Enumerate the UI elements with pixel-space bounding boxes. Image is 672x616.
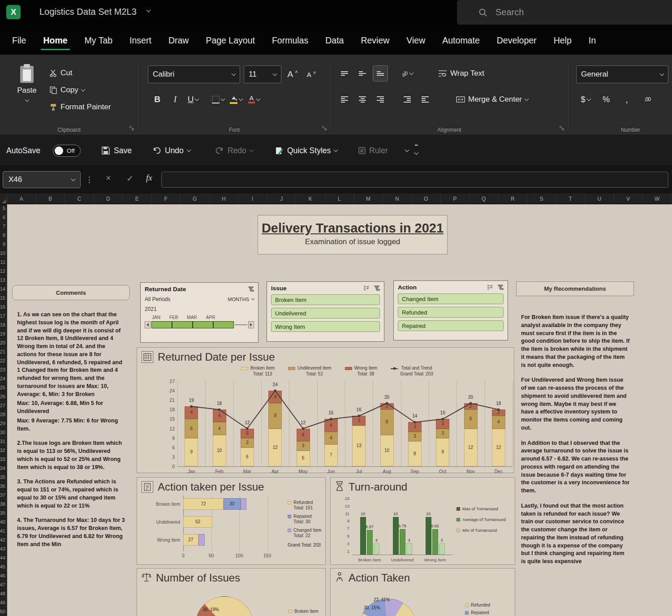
merge-center-button[interactable]: Merge & Center	[456, 95, 528, 104]
column-header-J[interactable]: J	[267, 194, 297, 204]
menu-tab-review[interactable]: Review	[352, 35, 398, 55]
save-button[interactable]: Save	[101, 135, 132, 166]
column-header-T[interactable]: T	[556, 194, 586, 204]
timeline-granularity-select[interactable]: MONTHS	[228, 296, 254, 302]
row-header-25[interactable]: 25	[0, 383, 7, 392]
turn-around-chart[interactable]: Turn-around Max of TurnaroundAverage of …	[330, 477, 515, 565]
row-header-28[interactable]: 28	[0, 410, 7, 419]
returned-date-per-issue-chart[interactable]: Returned Date per Issue Broken ItemTotal…	[137, 347, 514, 473]
enter-button[interactable]: ✓	[126, 173, 134, 184]
slicer-item-wrong-item[interactable]: Wrong Item	[271, 321, 380, 332]
row-header-21[interactable]: 21	[0, 348, 7, 357]
timeline-month-cell[interactable]	[213, 321, 234, 328]
row-header-10[interactable]: 10	[0, 249, 7, 258]
row-header-42[interactable]: 42	[0, 535, 7, 544]
align-top-button[interactable]	[337, 65, 352, 82]
slicer-item-changed-item[interactable]: Changed Item	[398, 293, 504, 304]
menu-tab-help[interactable]: Help	[545, 35, 580, 55]
row-header-43[interactable]: 43	[0, 544, 7, 553]
row-header-38[interactable]: 38	[0, 500, 7, 508]
percent-format-button[interactable]: %	[599, 91, 614, 108]
row-header-13[interactable]: 13	[0, 276, 7, 285]
bar-segment[interactable]	[406, 543, 412, 555]
formula-bar-handle[interactable]	[89, 177, 90, 183]
row-header-31[interactable]: 31	[0, 437, 7, 446]
format-painter-button[interactable]: Format Painter	[49, 99, 111, 116]
row-header-16[interactable]: 16	[0, 303, 7, 312]
font-dialog-launcher-icon[interactable]	[322, 125, 327, 133]
row-header-48[interactable]: 48	[0, 589, 7, 598]
number-format-select[interactable]: General	[576, 65, 668, 83]
menu-tab-in[interactable]: In	[580, 35, 604, 55]
row-header-8[interactable]: 8	[0, 231, 7, 240]
row-header-36[interactable]: 36	[0, 482, 7, 491]
action-taken-chart[interactable]: Action Taken 22, 11% 30, 15% RefundedRep…	[330, 568, 515, 616]
clear-filter-icon[interactable]	[248, 286, 254, 292]
dashboard-title-box[interactable]: Delivery Transactions in 2021 Examinatio…	[258, 215, 448, 254]
row-header-7[interactable]: 7	[0, 222, 7, 231]
timeline-month-cell[interactable]	[172, 321, 193, 328]
bar-segment[interactable]	[241, 498, 247, 510]
paste-dropdown-icon[interactable]	[25, 98, 29, 102]
menu-tab-insert[interactable]: Insert	[121, 35, 160, 55]
align-center-button[interactable]	[355, 91, 370, 108]
increase-indent-button[interactable]	[418, 91, 433, 108]
column-header-O[interactable]: O	[412, 194, 441, 204]
row-header-22[interactable]: 22	[0, 357, 7, 366]
menu-tab-automate[interactable]: Automate	[434, 35, 488, 55]
column-header-A[interactable]: A	[7, 194, 36, 204]
row-header-46[interactable]: 46	[0, 571, 7, 580]
bar-segment[interactable]	[439, 543, 445, 555]
slicer-item-broken-item[interactable]: Broken Item	[271, 294, 380, 305]
row-header-15[interactable]: 15	[0, 294, 7, 303]
redo-button[interactable]: Redo	[215, 135, 253, 166]
column-header-E[interactable]: E	[123, 194, 152, 204]
timeline-scroll-right-button[interactable]	[248, 321, 254, 328]
legend-item[interactable]: Broken Item	[289, 609, 319, 614]
menu-tab-data[interactable]: Data	[317, 35, 352, 55]
action-taken-per-issue-chart[interactable]: Action taken per Issue RefundedTotal: 15…	[137, 477, 326, 565]
bar-segment[interactable]	[374, 543, 379, 555]
menu-tab-view[interactable]: View	[398, 35, 434, 55]
column-header-G[interactable]: G	[181, 194, 210, 204]
row-header-32[interactable]: 32	[0, 446, 7, 455]
number-of-issues-chart[interactable]: Number of Issues 38, 19% Broken Item	[137, 568, 326, 616]
insert-function-button[interactable]: fx	[146, 173, 152, 183]
borders-button[interactable]	[211, 91, 226, 108]
decrease-font-size-button[interactable]: A˅	[304, 66, 319, 82]
multi-select-icon[interactable]	[363, 285, 370, 291]
menu-tab-draw[interactable]: Draw	[160, 35, 198, 55]
column-header-I[interactable]: I	[238, 194, 267, 204]
underline-button[interactable]: U	[185, 91, 201, 108]
row-header-5[interactable]: 5	[0, 204, 7, 213]
legend-item[interactable]: Refunded	[465, 603, 490, 607]
search-input[interactable]: Search	[457, 0, 672, 25]
currency-format-button[interactable]: $	[578, 91, 593, 108]
copy-button[interactable]: Copy	[49, 82, 111, 99]
menu-tab-file[interactable]: File	[4, 35, 34, 55]
column-header-W[interactable]: W	[643, 194, 672, 204]
row-header-24[interactable]: 24	[0, 375, 7, 383]
fill-color-button[interactable]	[228, 91, 244, 108]
ruler-checkbox[interactable]: ✓ Ruler	[358, 135, 388, 166]
comma-format-button[interactable]: ,	[619, 91, 634, 108]
column-header-M[interactable]: M	[354, 194, 383, 204]
bar-segment[interactable]	[198, 534, 205, 546]
row-header-20[interactable]: 20	[0, 339, 7, 348]
font-size-select[interactable]: 11	[244, 65, 281, 83]
wrap-text-button[interactable]: Wrap Text	[438, 69, 484, 78]
row-header-6[interactable]: 6	[0, 213, 7, 222]
row-header-30[interactable]: 30	[0, 428, 7, 437]
pie-chart[interactable]	[195, 596, 254, 616]
menu-tab-developer[interactable]: Developer	[488, 35, 545, 55]
autosave-toggle[interactable]: Off	[53, 145, 81, 157]
align-right-button[interactable]	[373, 91, 388, 108]
italic-button[interactable]: I	[168, 91, 183, 108]
returned-date-slicer[interactable]: Returned Date All Periods MONTHS 2021 JA…	[140, 282, 258, 343]
undo-button[interactable]: Undo	[152, 135, 190, 166]
column-header-H[interactable]: H	[210, 194, 239, 204]
row-header-27[interactable]: 27	[0, 401, 7, 410]
row-header-45[interactable]: 45	[0, 562, 7, 571]
row-header-33[interactable]: 33	[0, 455, 7, 464]
legend-item[interactable]: Repaired	[465, 610, 490, 615]
